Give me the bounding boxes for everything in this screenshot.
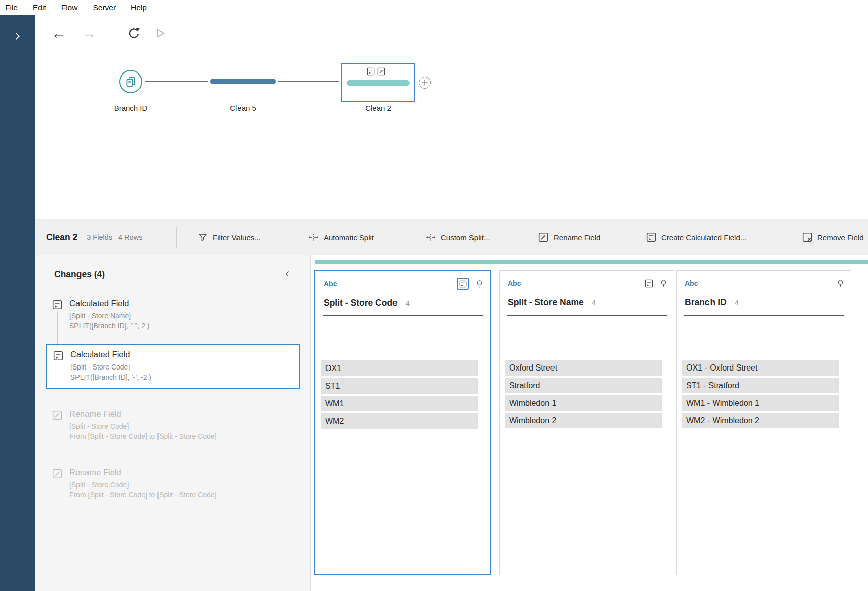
action-label: Filter Values... xyxy=(213,233,261,242)
field-card-split-store-name[interactable]: Abc xyxy=(499,270,674,575)
menu-flow[interactable]: Flow xyxy=(61,3,78,12)
node-changes-badge xyxy=(365,66,387,77)
rows-count: 4 Rows xyxy=(118,233,142,241)
change-item-rename-field-1[interactable]: Rename Field [Split - Store Code] From [… xyxy=(46,404,300,447)
change-detail: From [Split - Store Code] to [Split - St… xyxy=(69,490,217,500)
rename-field-icon xyxy=(377,67,385,76)
change-detail: From [Split - Store Code] to [Split - St… xyxy=(69,431,217,441)
card-title-row: Branch ID 4 xyxy=(677,290,851,308)
menu-server[interactable]: Server xyxy=(93,3,116,12)
flow-canvas[interactable]: Branch ID Clean 5 Clean 2 xyxy=(35,51,868,219)
step-toolbar: Clean 2 3 Fields 4 Rows Filter Values...… xyxy=(35,219,868,255)
run-flow-icon[interactable] xyxy=(154,27,166,39)
calculated-field-icon[interactable] xyxy=(645,279,653,288)
value-cell[interactable]: WM1 xyxy=(321,396,478,411)
profile-pane: Abc xyxy=(311,255,868,591)
value-cell[interactable]: Wimbledon 2 xyxy=(505,413,662,428)
left-sidebar xyxy=(0,15,35,591)
field-type-label[interactable]: Abc xyxy=(508,279,521,287)
value-cell[interactable]: Wimbledon 1 xyxy=(505,395,662,411)
back-button[interactable]: ← xyxy=(51,26,66,41)
card-header-icons xyxy=(836,279,845,288)
calculated-field-icon[interactable] xyxy=(457,278,469,290)
change-title: Calculated Field xyxy=(69,299,149,308)
value-cell[interactable]: OX1 - Oxford Street xyxy=(682,360,839,376)
value-cell[interactable]: WM2 xyxy=(321,413,478,429)
value-list: OX1 - Oxford Street ST1 - Stratford WM1 … xyxy=(677,360,851,428)
flow-node-input[interactable] xyxy=(119,70,142,93)
rename-field-button[interactable]: Rename Field xyxy=(538,219,600,255)
field-card-branch-id[interactable]: Abc Branch ID 4 OX1 - Oxford Street ST1 … xyxy=(676,270,851,575)
action-label: Remove Field xyxy=(817,233,864,242)
automatic-split-button[interactable]: Automatic Split xyxy=(308,219,374,255)
flow-node-clean2[interactable] xyxy=(341,63,415,102)
change-field: [Split - Store Code] xyxy=(69,421,217,431)
node-label-branch-id: Branch ID xyxy=(98,104,164,112)
filter-values-button[interactable]: Filter Values... xyxy=(198,219,261,255)
change-detail: SPLIT([Branch ID], ”-”, 2 ) xyxy=(69,321,149,331)
remove-field-button[interactable]: Remove Field xyxy=(802,219,864,255)
sidebar-expand-button[interactable] xyxy=(0,26,35,46)
card-header: Abc xyxy=(677,271,851,290)
field-type-label[interactable]: Abc xyxy=(685,279,698,287)
value-list: OX1 ST1 WM1 WM2 xyxy=(315,360,490,429)
action-label: Rename Field xyxy=(554,233,600,242)
change-title: Rename Field xyxy=(69,468,217,477)
field-name[interactable]: Split - Store Name xyxy=(508,297,584,308)
field-name[interactable]: Branch ID xyxy=(685,297,727,308)
flow-connector xyxy=(278,81,339,82)
change-field: [Split - Store Name] xyxy=(69,311,149,321)
fields-count: 3 Fields xyxy=(87,233,112,241)
field-card-split-store-code[interactable]: Abc xyxy=(314,270,491,575)
recommendations-icon[interactable] xyxy=(475,279,484,289)
change-item-rename-field-2[interactable]: Rename Field [Split - Store Code] From [… xyxy=(46,463,300,505)
collapse-panel-button[interactable] xyxy=(282,268,293,279)
flow-connector xyxy=(145,81,208,82)
rename-field-icon xyxy=(52,410,62,442)
filter-icon xyxy=(198,232,208,242)
menu-file[interactable]: File xyxy=(5,3,18,12)
forward-button[interactable]: → xyxy=(82,26,97,41)
field-value-count: 4 xyxy=(592,299,596,307)
rename-field-icon xyxy=(538,232,548,242)
add-step-button[interactable] xyxy=(419,77,431,89)
card-header-rule xyxy=(684,315,844,316)
value-cell[interactable]: ST1 - Stratford xyxy=(682,378,839,393)
custom-split-button[interactable]: Custom Split... xyxy=(426,219,490,255)
split-icon xyxy=(308,232,319,242)
change-item-calculated-field-1[interactable]: Calculated Field [Split - Store Name] SP… xyxy=(46,293,300,336)
action-label: Automatic Split xyxy=(324,233,374,242)
change-item-text: Calculated Field [Split - Store Name] SP… xyxy=(69,299,149,331)
create-calculated-field-button[interactable]: Create Calculated Field... xyxy=(646,219,746,255)
top-toolbar: ← → xyxy=(35,15,868,51)
changes-panel-title: Changes (4) xyxy=(54,269,105,280)
value-cell[interactable]: WM2 - Wimbledon 2 xyxy=(682,413,839,428)
recommendations-icon[interactable] xyxy=(836,279,845,288)
action-label: Create Calculated Field... xyxy=(661,233,746,242)
change-field: [Split - Store Code] xyxy=(70,362,151,372)
menu-help[interactable]: Help xyxy=(131,3,147,12)
toolbar-separator xyxy=(176,227,177,248)
remove-field-icon xyxy=(802,232,812,242)
card-header: Abc xyxy=(315,271,490,290)
value-cell[interactable]: Stratford xyxy=(505,378,662,393)
card-title-row: Split - Store Code 4 xyxy=(315,290,490,308)
value-cell[interactable]: ST1 xyxy=(321,378,478,394)
refresh-icon[interactable] xyxy=(127,27,141,40)
flow-node-clean5[interactable] xyxy=(210,79,276,84)
card-header-icons xyxy=(645,279,668,288)
recommendations-icon[interactable] xyxy=(659,279,668,288)
card-header-rule xyxy=(507,315,667,316)
field-name[interactable]: Split - Store Code xyxy=(324,298,398,308)
grid-scroll-indicator[interactable] xyxy=(315,260,868,264)
change-title: Calculated Field xyxy=(70,350,151,359)
node-label-clean5: Clean 5 xyxy=(210,104,276,112)
value-cell[interactable]: Oxford Street xyxy=(505,360,662,376)
menu-edit[interactable]: Edit xyxy=(33,3,46,12)
value-cell[interactable]: WM1 - Wimbledon 1 xyxy=(682,395,839,411)
value-cell[interactable]: OX1 xyxy=(321,360,478,376)
card-title-row: Split - Store Name 4 xyxy=(500,290,674,308)
field-type-label[interactable]: Abc xyxy=(324,280,337,288)
change-item-calculated-field-2[interactable]: Calculated Field [Split - Store Code] SP… xyxy=(46,344,300,389)
changes-panel: Changes (4) Calculated Field [Split - St… xyxy=(35,255,311,591)
